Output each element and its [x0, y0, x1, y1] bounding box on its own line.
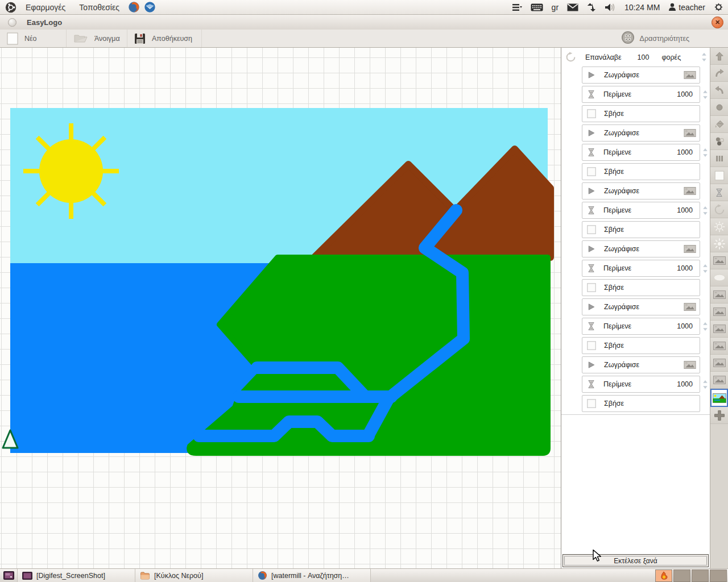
block-wait[interactable]: Περίμενε1000: [582, 144, 700, 161]
taskbar-window-button[interactable]: [watermill - Αναζήτηση…: [253, 569, 371, 582]
side-tool-repeat[interactable]: [710, 201, 728, 218]
side-tool-arrow-curved-left[interactable]: [710, 82, 728, 99]
block-erase[interactable]: Σβήσε: [582, 105, 700, 122]
user-menu[interactable]: teacher: [668, 3, 705, 12]
screenshot-tray-icon[interactable]: [0, 569, 18, 582]
wait-value-spinner-icon[interactable]: [702, 89, 708, 100]
workspace-2[interactable]: [673, 569, 690, 582]
side-tool-image[interactable]: [710, 286, 728, 304]
side-tool-color-circles[interactable]: [710, 133, 728, 150]
close-button[interactable]: ✕: [712, 16, 723, 28]
block-erase[interactable]: Σβήσε: [582, 337, 700, 354]
side-tool-image[interactable]: [710, 304, 728, 321]
wait-value-spinner-icon[interactable]: [702, 147, 708, 158]
hourglass-icon: [587, 90, 595, 99]
block-draw[interactable]: Ζωγράφισε: [582, 298, 700, 315]
side-tool-image[interactable]: [710, 355, 728, 372]
erase-square-icon: [587, 341, 596, 350]
block-wait[interactable]: Περίμενε1000: [582, 202, 700, 219]
wait-value[interactable]: 1000: [677, 206, 693, 214]
wait-value[interactable]: 1000: [677, 380, 693, 388]
side-tool-arrow-up[interactable]: [710, 48, 728, 65]
side-toolbar: [710, 48, 728, 568]
wait-value[interactable]: 1000: [677, 322, 693, 330]
side-tool-sun-rays[interactable]: [710, 235, 728, 252]
user-icon: [668, 3, 676, 11]
side-tool-cloud[interactable]: [710, 269, 728, 286]
workspace-switcher[interactable]: [655, 569, 728, 582]
block-draw[interactable]: Ζωγράφισε: [582, 124, 700, 142]
workspace-1[interactable]: [655, 569, 672, 582]
new-button[interactable]: Νέο: [0, 30, 67, 47]
block-label: Ζωγράφισε: [604, 245, 639, 253]
side-tool-image[interactable]: [710, 252, 728, 269]
taskbar-window-button[interactable]: [Κύκλος Νερού]: [135, 569, 253, 582]
firefox-launcher-icon[interactable]: [128, 1, 140, 14]
block-draw[interactable]: Ζωγράφισε: [582, 240, 700, 257]
block-wait[interactable]: Περίμενε1000: [582, 376, 700, 393]
wait-value[interactable]: 1000: [677, 264, 693, 272]
save-button[interactable]: Αποθήκευση: [127, 30, 202, 47]
side-tool-image[interactable]: [710, 338, 728, 355]
drawing-canvas[interactable]: [0, 48, 561, 568]
open-button[interactable]: Άνοιγμα: [67, 30, 127, 47]
program-block-row: Ζωγράφισε: [582, 124, 710, 142]
block-wait[interactable]: Περίμενε1000: [582, 260, 700, 277]
block-label: Ζωγράφισε: [604, 303, 639, 311]
block-erase[interactable]: Σβήσε: [582, 279, 700, 296]
side-tool-hourglass[interactable]: [710, 184, 728, 201]
places-menu[interactable]: Τοποθεσίες: [74, 2, 125, 13]
workspace-3[interactable]: [692, 569, 709, 582]
side-tool-paint-bucket[interactable]: [710, 116, 728, 133]
side-tool-image[interactable]: [710, 372, 728, 389]
power-gear-icon[interactable]: [714, 2, 723, 12]
block-draw[interactable]: Ζωγράφισε: [582, 66, 700, 84]
window-titlebar[interactable]: EasyLogo ✕: [0, 15, 728, 30]
side-tool-arrow-curved-right[interactable]: [710, 65, 728, 82]
side-tool-sun-outline[interactable]: [710, 218, 728, 235]
thunderbird-launcher-icon[interactable]: [144, 1, 156, 14]
run-again-button[interactable]: Εκτέλεσε ξανά: [562, 554, 709, 567]
program-block-row: Ζωγράφισε: [582, 356, 710, 373]
repeat-count-spinner[interactable]: [701, 52, 707, 63]
block-label: Περίμενε: [603, 90, 631, 98]
side-tool-blank-square[interactable]: [710, 167, 728, 184]
side-tool-plus[interactable]: [710, 407, 728, 424]
session-menu-icon[interactable]: [512, 3, 522, 11]
play-icon: [587, 186, 596, 196]
wait-value[interactable]: 1000: [677, 90, 693, 98]
keyboard-indicator-icon[interactable]: [531, 3, 543, 11]
block-wait[interactable]: Περίμενε1000: [582, 318, 700, 335]
taskbar-window-button[interactable]: [Digifest_ScreenShot]: [18, 569, 135, 582]
block-draw[interactable]: Ζωγράφισε: [582, 182, 700, 199]
network-indicator-icon[interactable]: [587, 3, 596, 12]
repeat-count-value[interactable]: 100: [638, 53, 650, 61]
applications-menu[interactable]: Εφαρμογές: [20, 2, 71, 13]
volume-indicator-icon[interactable]: [605, 3, 616, 12]
wait-value-spinner-icon[interactable]: [702, 379, 708, 390]
side-tool-scene-thumbnail[interactable]: [710, 389, 728, 407]
activities-button[interactable]: Δραστηριότητες: [615, 30, 695, 47]
side-tool-dot[interactable]: [710, 99, 728, 116]
mail-indicator-icon[interactable]: [567, 3, 578, 11]
workspace-4[interactable]: [710, 569, 727, 582]
wait-value[interactable]: 1000: [677, 148, 693, 156]
window-content: Επανάλαβε 100 φορές ΖωγράφισεΠερίμενε100…: [0, 48, 728, 568]
repeat-block[interactable]: Επανάλαβε 100 φορές: [561, 48, 710, 66]
play-icon: [587, 128, 596, 138]
keyboard-layout-label[interactable]: gr: [552, 3, 559, 12]
wait-value-spinner-icon[interactable]: [702, 205, 708, 216]
window-menu-button[interactable]: [8, 18, 16, 27]
side-tool-image[interactable]: [710, 321, 728, 338]
ubuntu-logo-icon[interactable]: [5, 1, 17, 14]
wait-value-spinner-icon[interactable]: [702, 321, 708, 332]
block-erase[interactable]: Σβήσε: [582, 221, 700, 238]
clock-label[interactable]: 10:24 ΜΜ: [624, 3, 660, 12]
wait-value-spinner-icon[interactable]: [702, 263, 708, 274]
side-tool-pen-width-bars[interactable]: [710, 150, 728, 167]
block-erase[interactable]: Σβήσε: [582, 395, 700, 412]
block-wait[interactable]: Περίμενε1000: [582, 86, 700, 103]
block-erase[interactable]: Σβήσε: [582, 163, 700, 180]
block-draw[interactable]: Ζωγράφισε: [582, 356, 700, 373]
program-block-row: Περίμενε1000: [582, 202, 710, 219]
